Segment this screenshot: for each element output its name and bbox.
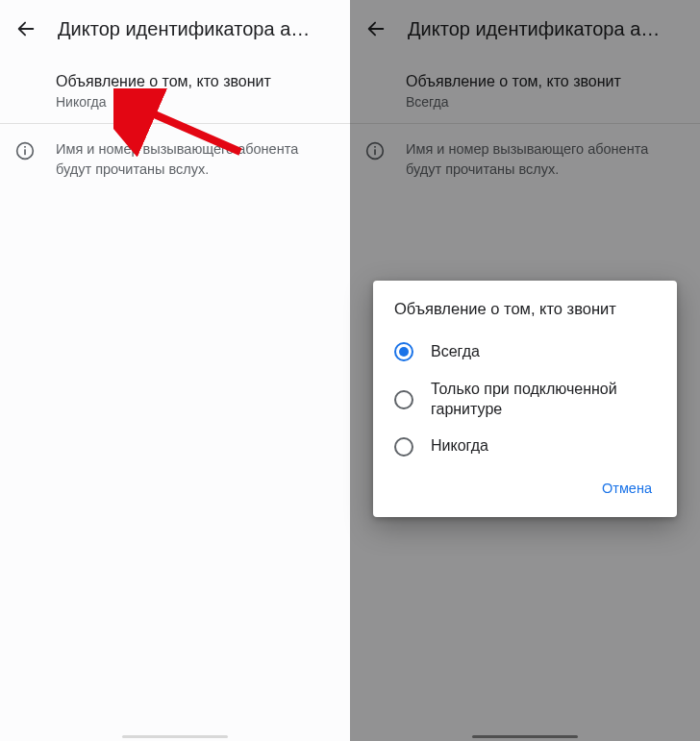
info-row: Имя и номер вызывающего абонента будут п… (0, 124, 350, 195)
header: Диктор идентификатора а… (0, 0, 350, 58)
home-indicator (122, 735, 228, 738)
cancel-button[interactable]: Отмена (592, 473, 662, 504)
radio-unchecked-icon (394, 390, 413, 409)
radio-unchecked-icon (394, 437, 413, 457)
announce-dialog: Объявление о том, кто звонит Всегда Толь… (373, 281, 677, 517)
left-pane: Диктор идентификатора а… Объявление о то… (0, 0, 350, 741)
radio-option-headset[interactable]: Только при подключенной гарнитуре (394, 371, 669, 429)
caller-id-announce-setting[interactable]: Объявление о том, кто звонит Никогда (0, 58, 350, 123)
svg-rect-1 (24, 149, 26, 155)
back-arrow-icon[interactable] (15, 18, 37, 39)
setting-title: Объявление о том, кто звонит (56, 71, 331, 92)
svg-rect-2 (24, 146, 26, 148)
radio-checked-icon (394, 342, 413, 361)
right-pane: Диктор идентификатора а… Объявление о то… (350, 0, 700, 741)
radio-option-never[interactable]: Никогда (394, 428, 669, 465)
dialog-actions: Отмена (394, 465, 669, 509)
radio-option-always[interactable]: Всегда (394, 333, 669, 371)
radio-label: Только при подключенной гарнитуре (431, 380, 656, 420)
radio-label: Никогда (431, 436, 488, 457)
info-text: Имя и номер вызывающего абонента будут п… (56, 139, 331, 180)
radio-label: Всегда (431, 342, 480, 362)
info-icon (15, 141, 35, 164)
dialog-title: Объявление о том, кто звонит (394, 300, 669, 318)
page-title: Диктор идентификатора а… (58, 18, 335, 40)
setting-value: Никогда (56, 94, 331, 110)
